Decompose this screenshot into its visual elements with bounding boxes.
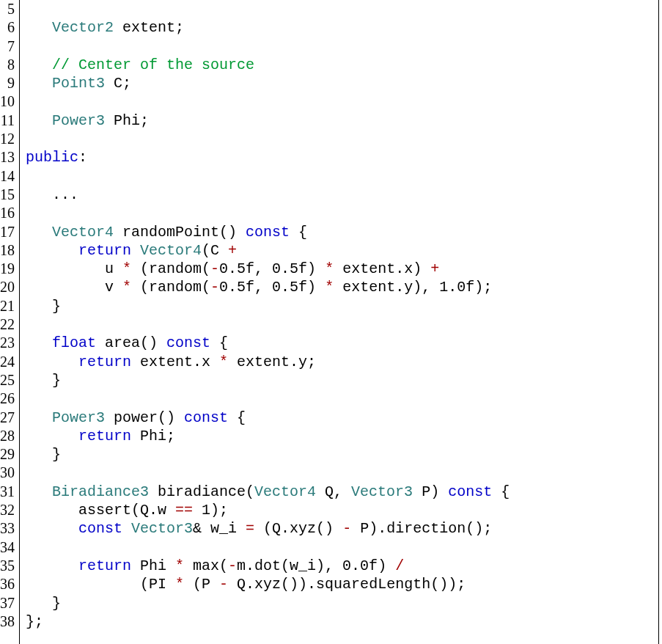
code-token: == bbox=[175, 502, 193, 519]
code-token: { bbox=[290, 224, 307, 241]
code-token: Vector4 bbox=[52, 224, 114, 241]
code-token: * bbox=[325, 260, 334, 277]
line-number: 27 bbox=[0, 409, 15, 427]
code-line bbox=[26, 0, 510, 18]
line-number: 35 bbox=[0, 557, 15, 575]
code-token bbox=[26, 334, 52, 351]
code-token bbox=[26, 520, 78, 537]
code-token bbox=[26, 112, 52, 129]
code-line bbox=[26, 315, 510, 334]
line-number: 17 bbox=[0, 223, 15, 241]
code-token: extent.y), 1.0f); bbox=[334, 279, 492, 296]
line-number: 13 bbox=[0, 148, 15, 167]
code-line: Power3 power() const { bbox=[26, 409, 510, 427]
code-token: (P bbox=[184, 576, 219, 593]
code-token: (PI bbox=[26, 576, 175, 593]
code-token: Vector3 bbox=[351, 483, 413, 500]
code-token: public bbox=[26, 149, 78, 166]
code-token: (Q.xyz() bbox=[254, 520, 342, 537]
line-number: 5 bbox=[0, 0, 15, 18]
code-line bbox=[26, 389, 510, 408]
code-token bbox=[26, 557, 78, 574]
line-number: 7 bbox=[0, 37, 15, 56]
code-token: max( bbox=[184, 557, 228, 574]
code-token: * bbox=[325, 279, 334, 296]
code-token: Vector4 bbox=[254, 483, 316, 500]
code-token: // Center of the source bbox=[52, 56, 254, 73]
code-token: * bbox=[122, 279, 131, 296]
code-token: } bbox=[26, 595, 61, 612]
code-line: } bbox=[26, 297, 510, 315]
code-token: Vector3 bbox=[131, 520, 193, 537]
code-token: extent.x bbox=[131, 354, 219, 370]
code-token: (random( bbox=[131, 279, 210, 296]
code-token bbox=[122, 520, 131, 537]
code-token: power() bbox=[105, 409, 184, 426]
code-line bbox=[26, 37, 510, 56]
code-line: return Vector4(C + bbox=[26, 241, 510, 260]
line-number: 19 bbox=[0, 260, 15, 278]
code-token: extent.y; bbox=[228, 354, 316, 370]
code-token: 0.5f, 0.5f) bbox=[219, 260, 325, 277]
line-number: 12 bbox=[0, 130, 15, 148]
code-token: area() bbox=[96, 334, 166, 351]
code-token: = bbox=[246, 520, 254, 537]
code-token: Biradiance3 bbox=[52, 483, 149, 500]
line-number: 31 bbox=[0, 483, 15, 501]
code-token: const bbox=[166, 334, 210, 351]
code-token: extent; bbox=[114, 19, 184, 36]
code-token: Q, bbox=[316, 483, 351, 500]
code-token: const bbox=[448, 483, 492, 500]
line-number: 34 bbox=[0, 538, 15, 557]
line-number: 26 bbox=[0, 389, 15, 408]
code-line: Vector2 extent; bbox=[26, 18, 510, 37]
code-token: const bbox=[246, 224, 290, 241]
code-line: assert(Q.w == 1); bbox=[26, 501, 510, 519]
code-line: return Phi; bbox=[26, 427, 510, 445]
code-line: }; bbox=[26, 612, 510, 631]
code-line: Vector4 randomPoint() const { bbox=[26, 223, 510, 241]
line-number: 25 bbox=[0, 371, 15, 389]
code-line: float area() const { bbox=[26, 334, 510, 352]
code-token: const bbox=[184, 409, 228, 426]
line-number: 11 bbox=[0, 111, 15, 130]
line-number: 20 bbox=[0, 278, 15, 296]
code-token: Q.xyz()).squaredLength()); bbox=[228, 576, 466, 593]
code-token: P) bbox=[413, 483, 448, 500]
code-line bbox=[26, 464, 510, 482]
line-number: 8 bbox=[0, 56, 15, 74]
code-token: Power3 bbox=[52, 112, 105, 129]
code-token: return bbox=[78, 242, 131, 259]
code-token: - bbox=[210, 260, 219, 277]
code-line bbox=[26, 130, 510, 148]
line-number: 10 bbox=[0, 92, 15, 111]
line-number: 15 bbox=[0, 186, 15, 204]
code-listing: 5678910111213141516171819202122232425262… bbox=[0, 0, 659, 644]
code-token: * bbox=[175, 557, 184, 574]
code-token: float bbox=[52, 334, 96, 351]
line-number: 28 bbox=[0, 427, 15, 445]
line-number: 33 bbox=[0, 519, 15, 538]
code-token: extent.x) bbox=[334, 260, 430, 277]
code-line: ... bbox=[26, 186, 510, 204]
code-token: const bbox=[78, 520, 122, 537]
code-token: { bbox=[210, 334, 228, 351]
line-number: 36 bbox=[0, 575, 15, 593]
code-token: biradiance( bbox=[149, 483, 254, 500]
code-token: assert(Q.w bbox=[26, 502, 175, 519]
line-number: 24 bbox=[0, 353, 15, 371]
line-number: 18 bbox=[0, 241, 15, 260]
code-token bbox=[26, 56, 52, 73]
code-line bbox=[26, 92, 510, 111]
code-token bbox=[26, 75, 52, 92]
code-line: v * (random(-0.5f, 0.5f) * extent.y), 1.… bbox=[26, 278, 510, 296]
code-token: + bbox=[430, 260, 439, 277]
code-token: return bbox=[78, 354, 131, 370]
code-token: Point3 bbox=[52, 75, 105, 92]
code-token bbox=[26, 224, 52, 241]
code-line bbox=[26, 167, 510, 186]
code-line: public: bbox=[26, 148, 510, 167]
code-token: { bbox=[492, 483, 510, 500]
line-number: 37 bbox=[0, 594, 15, 612]
line-number: 22 bbox=[0, 315, 15, 334]
